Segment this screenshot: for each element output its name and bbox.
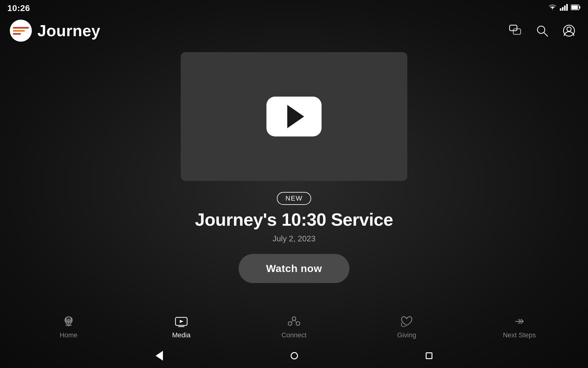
app-bar: Journey <box>0 15 588 46</box>
profile-icon <box>562 24 576 37</box>
logo-line-3 <box>13 33 21 35</box>
status-bar: 10:26 <box>0 0 588 15</box>
svg-rect-3 <box>566 4 568 11</box>
svg-line-10 <box>544 33 548 36</box>
system-nav <box>0 343 588 368</box>
service-title: Journey's 10:30 Service <box>195 209 393 230</box>
nav-item-connect[interactable]: Connect <box>273 314 315 339</box>
home-nav-icon <box>61 314 76 329</box>
recents-button[interactable] <box>423 349 435 362</box>
back-icon <box>156 351 163 361</box>
logo-inner <box>13 25 29 36</box>
svg-rect-1 <box>562 7 564 11</box>
play-triangle-icon <box>287 105 304 128</box>
status-icons <box>548 4 581 13</box>
app-logo-area[interactable]: Journey <box>10 20 100 42</box>
svg-line-24 <box>292 320 293 323</box>
svg-point-22 <box>292 317 296 320</box>
svg-rect-5 <box>571 6 578 9</box>
signal-icon <box>560 4 568 13</box>
content-info: NEW Journey's 10:30 Service July 2, 2023… <box>195 192 393 283</box>
nav-item-media[interactable]: Media <box>160 314 203 339</box>
recents-icon <box>426 352 432 359</box>
nav-item-home[interactable]: Home <box>47 314 90 339</box>
status-time: 10:26 <box>7 3 30 13</box>
svg-line-25 <box>295 320 296 323</box>
next-steps-nav-label: Next Steps <box>503 331 536 339</box>
header-actions <box>506 21 578 40</box>
svg-point-21 <box>288 322 292 325</box>
battery-icon <box>571 4 581 12</box>
chat-icon <box>508 24 522 37</box>
next-steps-nav-icon <box>512 314 527 329</box>
media-nav-icon <box>174 314 189 329</box>
new-badge: NEW <box>277 192 311 205</box>
watch-now-button[interactable]: Watch now <box>239 254 350 283</box>
service-date: July 2, 2023 <box>273 234 315 243</box>
search-button[interactable] <box>533 21 551 40</box>
wifi-icon <box>548 4 557 13</box>
logo-line-1 <box>13 27 29 29</box>
media-nav-label: Media <box>172 331 190 339</box>
svg-marker-19 <box>180 320 183 323</box>
nav-item-giving[interactable]: Giving <box>385 314 428 339</box>
home-system-button[interactable] <box>288 349 301 362</box>
giving-nav-label: Giving <box>397 331 416 339</box>
logo-line-2 <box>13 30 25 32</box>
giving-nav-icon <box>399 314 414 329</box>
video-thumbnail[interactable] <box>181 52 407 181</box>
back-button[interactable] <box>153 348 166 364</box>
svg-rect-0 <box>560 8 561 11</box>
search-icon <box>535 24 549 37</box>
svg-point-23 <box>296 322 300 325</box>
app-title: Journey <box>37 21 100 40</box>
bottom-nav: Home Media Connect <box>0 310 588 343</box>
chat-button[interactable] <box>506 21 524 40</box>
main-content: NEW Journey's 10:30 Service July 2, 2023… <box>0 46 588 283</box>
svg-rect-6 <box>579 6 580 9</box>
connect-nav-label: Connect <box>281 331 307 339</box>
profile-button[interactable] <box>560 21 578 40</box>
svg-rect-2 <box>564 6 566 11</box>
connect-nav-icon <box>287 314 301 329</box>
app-logo <box>10 20 32 42</box>
play-button[interactable] <box>266 97 322 136</box>
home-nav-label: Home <box>60 331 78 339</box>
home-system-icon <box>291 352 298 359</box>
svg-point-12 <box>567 27 571 31</box>
nav-item-next-steps[interactable]: Next Steps <box>498 314 541 339</box>
